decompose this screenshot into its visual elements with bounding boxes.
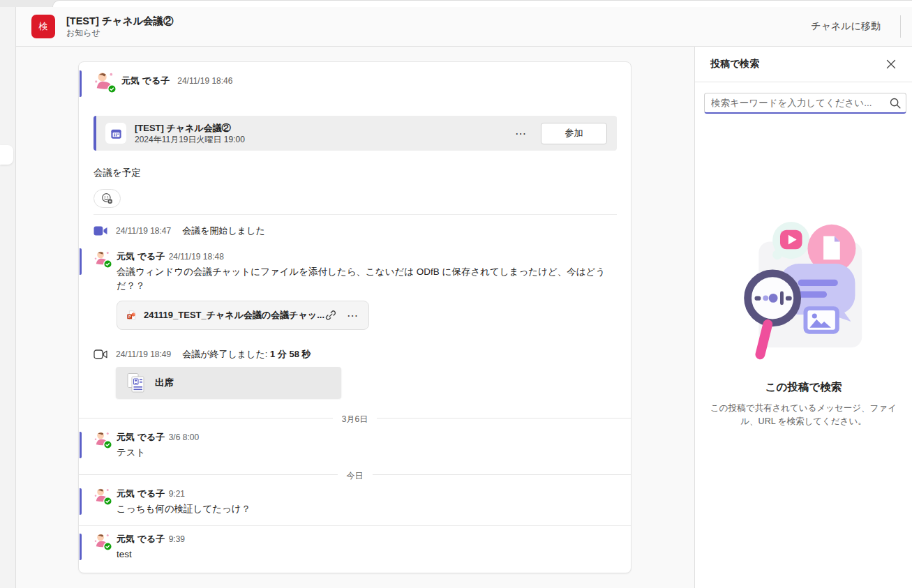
message-timestamp: 24/11/19 18:48 [169, 252, 224, 262]
page-subtitle: お知らせ [66, 28, 174, 38]
avatar[interactable] [94, 70, 114, 91]
attendance-label: 出席 [155, 377, 174, 389]
message-author: 元気 でる子 [121, 75, 170, 87]
message-timestamp: 9:39 [169, 534, 185, 544]
search-button[interactable] [889, 97, 902, 112]
channel-avatar: 検 [31, 15, 55, 38]
meeting-ended-row: 24/11/19 18:49 会議が終了しました: 1 分 58 秒 出席 [79, 330, 631, 398]
meeting-started-row: 24/11/19 18:47 会議を開始しました [79, 215, 631, 237]
header-divider [900, 15, 901, 38]
message-timestamp: 9:21 [169, 489, 185, 499]
meeting-title: [TEST] チャネル会議② [135, 122, 245, 134]
system-time: 24/11/19 18:47 [116, 226, 171, 236]
avatar[interactable] [94, 250, 110, 266]
search-panel: 投稿で検索 [694, 47, 912, 588]
panel-title: 投稿で検索 [710, 58, 759, 70]
meeting-card[interactable]: [TEST] チャネル会議② 2024年11月19日火曜日 19:00 ⋯ 参加 [94, 116, 617, 151]
date-divider: 3月6日 [79, 412, 631, 423]
attendance-card[interactable]: 出席 [116, 367, 341, 398]
search-input[interactable] [704, 93, 906, 114]
message-author: 元気 でる子 [117, 432, 165, 442]
date-divider: 今日 [79, 469, 631, 480]
empty-state-title: この投稿で検索 [695, 380, 912, 395]
message-3: 元気 でる子 3/6 8:00 テスト [79, 423, 631, 460]
file-more-icon[interactable]: ⋯ [344, 309, 361, 322]
go-to-channel-link[interactable]: チャネルに移動 [811, 20, 881, 33]
more-icon[interactable]: ⋯ [512, 127, 530, 140]
empty-state-description: この投稿で共有されているメッセージ、ファイル、URL を検索してください。 [710, 402, 897, 428]
unread-indicator [80, 488, 82, 515]
thread-area: 元気 でる子 24/11/19 18:46 [TEST] チャネル会議② 202… [16, 47, 694, 588]
message-timestamp: 3/6 8:00 [169, 432, 199, 442]
search-empty-state: この投稿で検索 この投稿で共有されているメッセージ、ファイル、URL を検索して… [695, 217, 912, 428]
close-button[interactable] [883, 56, 899, 73]
unread-indicator [80, 534, 82, 560]
unread-indicator [80, 70, 82, 97]
copy-link-icon[interactable] [324, 309, 337, 322]
unread-indicator [80, 248, 82, 275]
meeting-duration: 1 分 58 秒 [270, 349, 311, 359]
svg-text:P: P [128, 315, 131, 319]
avatar[interactable] [94, 487, 110, 504]
file-card[interactable]: P 241119_TEST_チャネル会議の会議チャッ... ⋯ [117, 301, 369, 330]
page-title: [TEST] チャネル会議② [66, 15, 174, 27]
message-2: 元気 でる子 24/11/19 18:48 会議ウィンドウの会議チャットにファイ… [79, 237, 631, 330]
attendance-report-icon [126, 372, 145, 393]
presence-available-badge [103, 542, 112, 551]
emoji-add-icon [101, 193, 113, 204]
unread-indicator [80, 432, 82, 458]
presence-available-badge [107, 84, 117, 93]
canvas-rounded-top [52, 0, 912, 7]
presence-available-badge [103, 440, 112, 449]
message-4: 元気 でる子 9:21 こっちも何の検証してたっけ？ [79, 480, 631, 516]
meeting-datetime: 2024年11月19日火曜日 19:00 [135, 135, 245, 145]
add-reaction-button[interactable] [94, 189, 121, 208]
message-author: 元気 でる子 [117, 251, 165, 262]
meeting-header: 検 [TEST] チャネル会議② お知らせ チャネルに移動 [16, 7, 912, 47]
calendar-tile [105, 123, 126, 144]
section-divider [94, 214, 617, 215]
system-time: 24/11/19 18:49 [116, 349, 171, 359]
rail-notch [0, 145, 13, 165]
join-button[interactable]: 参加 [541, 123, 607, 144]
system-label: 会議を開始しました [182, 225, 265, 237]
camera-outline-icon [94, 349, 107, 360]
message-author: 元気 でる子 [117, 488, 165, 499]
system-label: 会議が終了しました: 1 分 58 秒 [182, 348, 311, 361]
search-illustration [730, 217, 878, 365]
message-author: 元気 でる子 [117, 534, 165, 544]
message-5: 元気 でる子 9:39 test [79, 526, 631, 561]
avatar[interactable] [94, 532, 110, 549]
message-text: こっちも何の検証してたっけ？ [117, 502, 617, 516]
message-text: 会議ウィンドウの会議チャットにファイルを添付したら、こないだは ODfB に保存… [117, 265, 617, 293]
message-timestamp: 24/11/19 18:46 [177, 76, 232, 86]
presence-available-badge [103, 259, 112, 269]
message-text: テスト [117, 446, 617, 460]
avatar[interactable] [94, 430, 110, 447]
message-text: test [117, 548, 617, 561]
thread-card: 元気 でる子 24/11/19 18:46 [TEST] チャネル会議② 202… [78, 61, 631, 573]
camera-filled-icon [94, 225, 107, 236]
calendar-icon [110, 127, 123, 140]
message-1: 元気 でる子 24/11/19 18:46 [TEST] チャネル会議② 202… [79, 62, 631, 215]
file-name[interactable]: 241119_TEST_チャネル会議の会議チャッ... [144, 309, 324, 322]
search-icon [889, 97, 902, 110]
message-text: 会議を予定 [94, 166, 617, 179]
left-rail [0, 7, 16, 588]
powerpoint-icon: P [126, 308, 137, 323]
presence-available-badge [103, 497, 112, 506]
close-icon [885, 59, 897, 70]
